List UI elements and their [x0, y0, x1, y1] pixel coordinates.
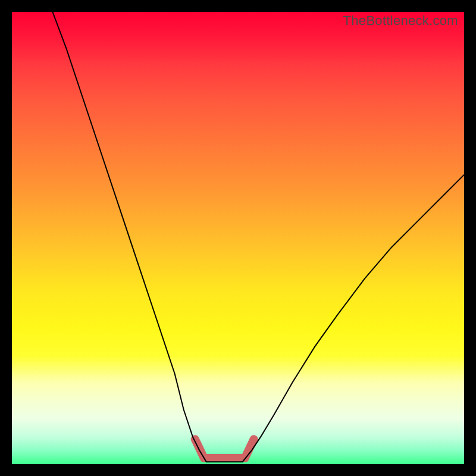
chart-frame: TheBottleneck.com [0, 0, 476, 476]
plot-area: TheBottleneck.com [12, 12, 464, 464]
chart-svg [12, 12, 464, 464]
series-curve-right [252, 175, 464, 451]
series-curve-left [52, 12, 199, 450]
series-plateau-highlight [195, 439, 254, 458]
